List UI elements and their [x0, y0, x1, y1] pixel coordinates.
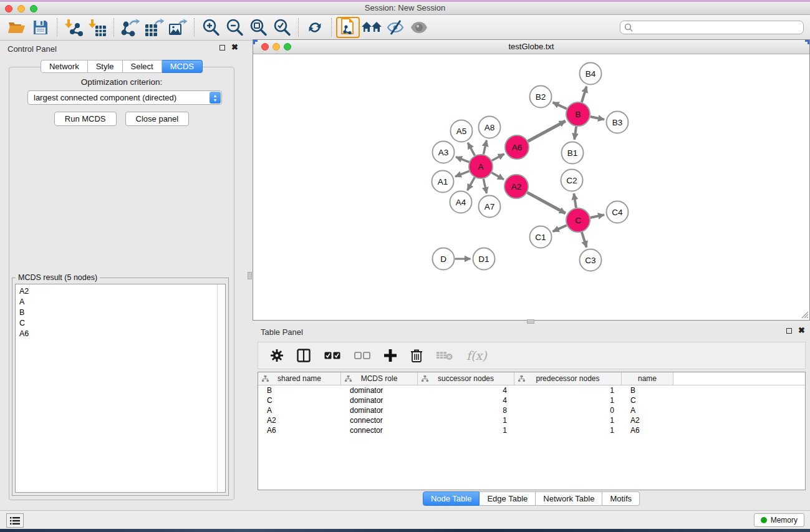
table-cell[interactable]: 1	[514, 396, 622, 405]
tab-network[interactable]: Network	[41, 60, 88, 73]
table-cell[interactable]: A	[258, 406, 341, 415]
column-header-successor-nodes[interactable]: successor nodes	[418, 372, 514, 385]
tab-edge-table[interactable]: Edge Table	[480, 491, 536, 506]
table-cell[interactable]: 1	[514, 386, 622, 395]
graph-edge-A-A2[interactable]	[491, 173, 504, 180]
table-cell[interactable]: connector	[341, 426, 418, 435]
table-row[interactable]: Adominator80A	[258, 405, 805, 415]
graph-edge-A-A3[interactable]	[456, 157, 469, 162]
graph-edge-B-B4[interactable]	[582, 87, 587, 102]
homes-icon[interactable]	[360, 17, 383, 38]
float-panel-icon[interactable]	[786, 328, 792, 334]
birdseye-icon[interactable]	[407, 17, 431, 38]
table-cell[interactable]: 1	[514, 416, 622, 425]
graph-edge-A-A8[interactable]	[483, 140, 486, 154]
graph-edge-A2-C[interactable]	[528, 193, 566, 213]
result-scrollbar[interactable]	[217, 284, 225, 492]
graph-edge-A-A5[interactable]	[468, 143, 475, 156]
close-panel-icon[interactable]: ✖	[231, 44, 238, 51]
table-cell[interactable]: 8	[418, 406, 514, 415]
column-header-predecessor-nodes[interactable]: predecessor nodes	[514, 372, 622, 385]
table-cell[interactable]: 1	[418, 426, 514, 435]
graph-edge-B-B3[interactable]	[591, 117, 604, 120]
select-all-icon[interactable]	[324, 352, 340, 359]
table-cell[interactable]: 1	[514, 426, 622, 435]
table-cell[interactable]: C	[258, 396, 341, 405]
run-mcds-button[interactable]: Run MCDS	[54, 112, 117, 126]
graph-edge-A-A6[interactable]	[492, 154, 504, 161]
table-cell[interactable]: connector	[341, 416, 418, 425]
columns-icon[interactable]	[297, 349, 311, 362]
tab-mcds[interactable]: MCDS	[162, 60, 203, 73]
graph-edge-A-A4[interactable]	[468, 177, 475, 190]
table-cell[interactable]: C	[622, 396, 673, 405]
table-cell[interactable]: 4	[418, 396, 514, 405]
column-header-name[interactable]: name	[622, 372, 673, 385]
horizontal-splitter-handle[interactable]	[527, 319, 534, 324]
table-cell[interactable]: dominator	[341, 396, 418, 405]
network-graph[interactable]: B4B2BB3A8A5A6B1A3AC2A1A2A4A7C4CC1C3DD1	[253, 54, 809, 319]
table-cell[interactable]: B	[258, 386, 341, 395]
export-table-icon[interactable]	[142, 17, 166, 38]
vertical-splitter-handle[interactable]	[248, 272, 252, 279]
table-row[interactable]: A2connector11A2	[258, 415, 805, 425]
graph-edge-C-C1[interactable]	[553, 225, 567, 231]
zoom-selected-icon[interactable]	[270, 17, 294, 38]
tab-network-table[interactable]: Network Table	[536, 491, 602, 506]
result-item[interactable]: C	[16, 318, 225, 329]
network-canvas[interactable]: B4B2BB3A8A5A6B1A3AC2A1A2A4A7C4CC1C3DD1	[253, 54, 809, 319]
import-network-icon[interactable]	[62, 17, 85, 38]
mcds-result-list[interactable]: A2ABCA6	[15, 284, 226, 493]
result-item[interactable]: A2	[16, 286, 225, 297]
refresh-layout-icon[interactable]	[303, 17, 327, 38]
column-header-mcds-role[interactable]: MCDS role	[341, 372, 418, 385]
graph-edge-A-A1[interactable]	[455, 171, 469, 177]
tab-node-table[interactable]: Node Table	[423, 491, 480, 506]
import-table-icon[interactable]	[85, 17, 109, 38]
graph-edge-B-B1[interactable]	[574, 127, 576, 140]
tab-motifs[interactable]: Motifs	[602, 491, 640, 506]
save-session-icon[interactable]	[29, 17, 52, 38]
zoom-in-icon[interactable]	[199, 17, 223, 38]
criterion-select[interactable]: largest connected component (directed) ▲…	[27, 90, 222, 105]
table-cell[interactable]: A6	[622, 426, 673, 435]
node-table[interactable]: shared name MCDS role successor nodes pr…	[258, 372, 806, 490]
resize-grip-icon[interactable]	[801, 311, 809, 319]
table-cell[interactable]: A2	[622, 416, 673, 425]
hide-details-icon[interactable]	[383, 17, 407, 38]
table-cell[interactable]: 4	[418, 386, 514, 395]
graph-edge-B-B2[interactable]	[552, 102, 566, 109]
task-history-button[interactable]	[6, 513, 24, 528]
network-document-icon[interactable]	[336, 17, 360, 38]
float-panel-icon[interactable]	[219, 45, 225, 51]
search-input[interactable]	[620, 21, 804, 34]
result-item[interactable]: A6	[16, 329, 225, 339]
table-row[interactable]: Cdominator41C	[258, 395, 805, 405]
tab-style[interactable]: Style	[88, 60, 123, 73]
graph-edge-A-A7[interactable]	[483, 179, 486, 193]
add-column-icon[interactable]	[384, 349, 397, 362]
export-network-icon[interactable]	[118, 17, 142, 38]
table-cell[interactable]: 1	[418, 416, 514, 425]
table-cell[interactable]: A6	[258, 426, 341, 435]
graph-edge-C-C2[interactable]	[574, 193, 576, 208]
table-cell[interactable]: dominator	[341, 386, 418, 395]
gear-icon[interactable]	[271, 349, 283, 362]
table-cell[interactable]: dominator	[341, 406, 418, 415]
close-panel-icon[interactable]: ✖	[798, 327, 805, 334]
graph-edge-A6-B[interactable]	[528, 121, 566, 142]
table-row[interactable]: Bdominator41B	[258, 385, 805, 395]
network-window-titlebar[interactable]: testGlobe.txt	[253, 40, 809, 54]
delete-column-icon[interactable]	[410, 349, 423, 362]
table-cell[interactable]: 0	[514, 406, 622, 415]
memory-button[interactable]: Memory	[754, 513, 804, 527]
close-panel-button[interactable]: Close panel	[125, 112, 190, 126]
deselect-all-icon[interactable]	[354, 352, 370, 359]
result-item[interactable]: A	[16, 297, 225, 307]
table-row[interactable]: A6connector11A6	[258, 425, 805, 435]
table-cell[interactable]: A2	[258, 416, 341, 425]
graph-edge-C-C3[interactable]	[582, 232, 587, 247]
tab-select[interactable]: Select	[123, 60, 162, 73]
export-image-icon[interactable]	[166, 17, 190, 38]
table-cell[interactable]: A	[622, 406, 673, 415]
